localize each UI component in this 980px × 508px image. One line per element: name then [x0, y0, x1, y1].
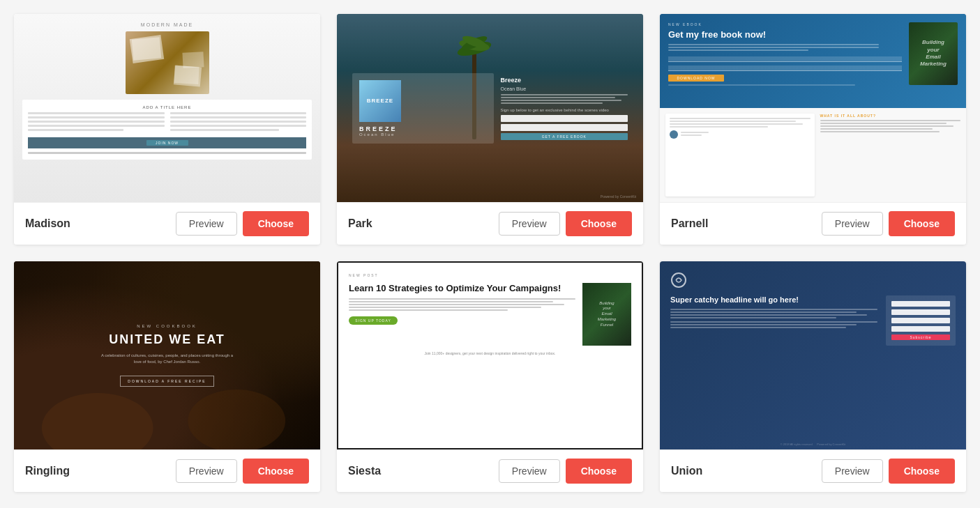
- parnell-avatar: [670, 130, 678, 139]
- parnell-cta-label: DOWNLOAD NOW: [677, 76, 715, 80]
- park-label: Park: [348, 217, 372, 230]
- park-band-label: BREEZE: [367, 98, 393, 104]
- ringling-eyebrow: NEW COOKBOOK: [98, 324, 237, 328]
- template-preview-park[interactable]: BREEZE BREEZE Ocean Blue Breeze Ocean Bl…: [337, 14, 643, 202]
- card-footer-parnell: Parnell Preview Choose: [660, 202, 966, 245]
- ringling-cta-btn: DOWNLOAD A FREE RECIPE: [120, 376, 213, 387]
- union-footer: © 2018 All rights reserved Powered by Co…: [660, 442, 966, 446]
- siesta-footer-text: Join 11,000+ designers, get your next de…: [349, 351, 631, 355]
- card-union: Super catchy headline will go here!: [660, 261, 966, 492]
- ringling-choose-button[interactable]: Choose: [243, 459, 309, 484]
- park-choose-button[interactable]: Choose: [566, 211, 632, 236]
- parnell-actions: Preview Choose: [822, 211, 955, 236]
- siesta-headline: Learn 10 Strategies to Optimize Your Cam…: [349, 283, 575, 294]
- union-input-job: [891, 318, 950, 323]
- parnell-eyebrow: NEW EBOOK: [668, 22, 902, 26]
- siesta-actions: Preview Choose: [499, 459, 632, 484]
- card-footer-madison: Madison Preview Choose: [14, 202, 320, 245]
- union-input-email: [891, 309, 950, 315]
- template-preview-union[interactable]: Super catchy headline will go here!: [660, 261, 966, 449]
- ringling-title: UNITED WE EAT: [98, 332, 237, 347]
- parnell-quote: [665, 114, 815, 197]
- card-footer-siesta: Siesta Preview Choose: [337, 449, 643, 492]
- park-content: BREEZE BREEZE Ocean Blue Breeze Ocean Bl…: [352, 73, 628, 144]
- siesta-left: Learn 10 Strategies to Optimize Your Cam…: [349, 283, 575, 325]
- union-left: Super catchy headline will go here!: [670, 295, 877, 346]
- card-siesta: NEW POST Learn 10 Strategies to Optimize…: [337, 261, 643, 492]
- siesta-book-image: BuildingyourEmailMarketingFunnel: [582, 283, 631, 346]
- union-preview-button[interactable]: Preview: [822, 459, 883, 483]
- union-label: Union: [671, 465, 702, 477]
- template-preview-madison[interactable]: MODERN MADE ADD A TITLE HERE: [14, 14, 320, 202]
- park-actions: Preview Choose: [499, 211, 632, 236]
- park-title: Breeze: [501, 77, 628, 84]
- union-main: Super catchy headline will go here!: [670, 295, 956, 346]
- parnell-preview-button[interactable]: Preview: [822, 212, 883, 236]
- ringling-description: A celebration of cultures, cuisines, peo…: [98, 353, 237, 364]
- siesta-cta-label: SIGN UP TODAY: [355, 318, 391, 323]
- parnell-right-info: WHAT IS IT ALL ABOUT?: [820, 114, 961, 197]
- park-input-name: [501, 115, 628, 122]
- park-album-sub: Ocean Blue: [359, 132, 487, 137]
- union-logo-icon: [670, 272, 687, 288]
- card-footer-union: Union Preview Choose: [660, 449, 966, 492]
- union-choose-button[interactable]: Choose: [889, 459, 955, 484]
- madison-label: Madison: [25, 217, 70, 230]
- park-left-box: BREEZE BREEZE Ocean Blue: [352, 73, 494, 144]
- parnell-input-firstname: [668, 56, 902, 62]
- card-park: BREEZE BREEZE Ocean Blue Breeze Ocean Bl…: [337, 14, 643, 245]
- ringling-cta-label: DOWNLOAD A FREE RECIPE: [128, 379, 206, 383]
- parnell-avatar-row: [670, 130, 811, 139]
- parnell-book-image: BuildingyourEmailMarketing: [909, 22, 958, 85]
- park-form-label: Sign up below to get an exclusive behind…: [501, 108, 628, 112]
- union-actions: Preview Choose: [822, 459, 955, 484]
- siesta-cta-btn: SIGN UP TODAY: [349, 316, 398, 325]
- parnell-section-label: WHAT IS IT ALL ABOUT?: [820, 114, 961, 118]
- parnell-bottom: WHAT IS IT ALL ABOUT?: [660, 108, 966, 202]
- siesta-label: Siesta: [348, 465, 381, 477]
- ringling-actions: Preview Choose: [176, 459, 309, 484]
- union-subscribe-btn: Subscribe: [891, 334, 950, 340]
- card-ringling: NEW COOKBOOK UNITED WE EAT A celebration…: [14, 261, 320, 492]
- union-headline: Super catchy headline will go here!: [670, 295, 877, 305]
- union-cta-label: Subscribe: [910, 335, 931, 339]
- siesta-preview-button[interactable]: Preview: [499, 459, 560, 483]
- ringling-preview-button[interactable]: Preview: [176, 459, 237, 483]
- parnell-form: DOWNLOAD NOW: [668, 56, 902, 86]
- park-cta-btn: GET A FREE EBOOK: [501, 133, 628, 140]
- template-preview-ringling[interactable]: NEW COOKBOOK UNITED WE EAT A celebration…: [14, 261, 320, 449]
- union-input-company: [891, 326, 950, 332]
- union-input-name: [891, 301, 950, 307]
- template-preview-parnell[interactable]: NEW EBOOK Get my free book now! DOWNLOAD…: [660, 14, 966, 202]
- card-madison: MODERN MADE ADD A TITLE HERE: [14, 14, 320, 245]
- parnell-label: Parnell: [671, 217, 708, 230]
- park-preview-button[interactable]: Preview: [499, 212, 560, 236]
- park-album-art: BREEZE: [359, 80, 401, 122]
- park-album-title: BREEZE: [359, 125, 487, 132]
- park-cta-label: GET A FREE EBOOK: [542, 134, 587, 139]
- ringling-label: Ringling: [25, 465, 70, 477]
- svg-point-7: [672, 273, 686, 287]
- madison-eyebrow: MODERN MADE: [141, 22, 193, 27]
- svg-point-5: [42, 393, 153, 449]
- parnell-cta-btn: DOWNLOAD NOW: [668, 75, 724, 82]
- madison-choose-button[interactable]: Choose: [243, 211, 309, 236]
- siesta-main: Learn 10 Strategies to Optimize Your Cam…: [349, 283, 631, 346]
- madison-section-title: ADD A TITLE HERE: [28, 105, 306, 109]
- union-form: Subscribe: [886, 295, 956, 346]
- parnell-headline: Get my free book now!: [668, 29, 902, 40]
- parnell-top: NEW EBOOK Get my free book now! DOWNLOAD…: [660, 14, 966, 108]
- park-footer: Powered by ConvertKit: [601, 194, 636, 199]
- parnell-top-left: NEW EBOOK Get my free book now! DOWNLOAD…: [668, 22, 902, 86]
- park-right-box: Breeze Ocean Blue Sign up below to get a…: [501, 77, 628, 140]
- madison-preview-button[interactable]: Preview: [176, 212, 237, 236]
- parnell-input-email: [668, 66, 902, 71]
- parnell-choose-button[interactable]: Choose: [889, 211, 955, 236]
- madison-cta: JOIN NOW: [156, 141, 179, 145]
- madison-collage: [126, 31, 209, 94]
- card-footer-park: Park Preview Choose: [337, 202, 643, 245]
- template-preview-siesta[interactable]: NEW POST Learn 10 Strategies to Optimize…: [337, 261, 643, 449]
- siesta-choose-button[interactable]: Choose: [566, 459, 632, 484]
- card-parnell: NEW EBOOK Get my free book now! DOWNLOAD…: [660, 14, 966, 245]
- template-grid: MODERN MADE ADD A TITLE HERE: [14, 14, 966, 492]
